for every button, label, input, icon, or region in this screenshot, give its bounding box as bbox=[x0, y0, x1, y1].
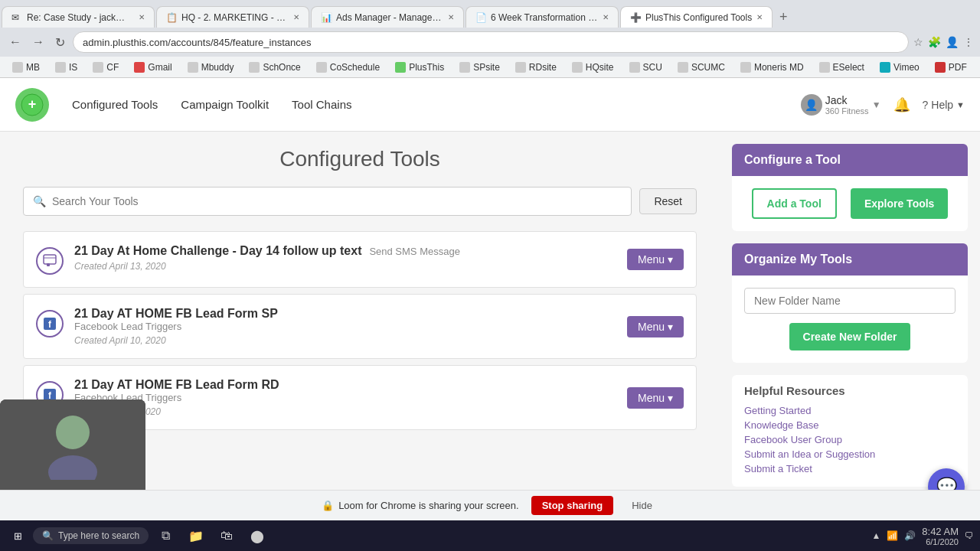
help-label: Help bbox=[931, 99, 953, 111]
taskbar: ⊞ 🔍 Type here to search ⧉ 📁 🛍 ⬤ ▲ 📶 🔊 8:… bbox=[0, 520, 980, 551]
tab-5[interactable]: ➕ PlusThis Configured Tools ✕ bbox=[620, 6, 773, 28]
logo[interactable]: + bbox=[15, 88, 49, 122]
taskbar-time-display: 8:42 AM bbox=[922, 526, 959, 537]
tab-close-5[interactable]: ✕ bbox=[756, 13, 763, 21]
help-button[interactable]: ? Help ▼ bbox=[923, 99, 965, 111]
taskbar-search[interactable]: 🔍 Type here to search bbox=[33, 527, 149, 544]
search-row: 🔍 Reset bbox=[23, 187, 697, 216]
taskbar-task-view[interactable]: ⧉ bbox=[152, 523, 179, 548]
tab-close-1[interactable]: ✕ bbox=[139, 13, 145, 21]
tab-close-4[interactable]: ✕ bbox=[603, 13, 609, 21]
taskbar-network-icon[interactable]: 📶 bbox=[887, 530, 898, 541]
bookmark-moneris[interactable]: Moneris MD bbox=[734, 60, 810, 74]
taskbar-date-display: 6/1/2020 bbox=[922, 537, 959, 546]
bookmark-plusthis[interactable]: PlusThis bbox=[389, 60, 450, 74]
profile-icon[interactable]: 👤 bbox=[946, 36, 959, 48]
tool-menu-button-2[interactable]: Menu ▾ bbox=[627, 387, 684, 409]
resource-knowledge-base[interactable]: Knowledge Base bbox=[744, 419, 956, 431]
add-tool-button[interactable]: Add a Tool bbox=[752, 188, 837, 219]
bookmark-is[interactable]: IS bbox=[49, 60, 83, 74]
tool-info-0: 21 Day At Home Challenge - Day 14 follow… bbox=[74, 244, 616, 272]
resource-getting-started[interactable]: Getting Started bbox=[744, 405, 956, 416]
bookmark-spsite[interactable]: SPsite bbox=[453, 60, 506, 74]
tab-3[interactable]: 📊 Ads Manager - Manage Ads - ✕ bbox=[311, 6, 464, 28]
nav-tool-chains[interactable]: Tool Chains bbox=[292, 95, 351, 114]
tab-label-4: 6 Week Transformation Challe... bbox=[491, 12, 598, 23]
tab-label-1: Re: Case Study - jack@360fit... bbox=[27, 12, 134, 23]
back-button[interactable]: ← bbox=[6, 32, 24, 52]
notification-button[interactable]: 🔔 bbox=[893, 96, 910, 113]
help-icon: ? bbox=[923, 99, 929, 111]
bookmark-rdsite[interactable]: RDsite bbox=[509, 60, 563, 74]
bookmarks-bar: MB IS CF Gmail Mbuddy SchOnce CoSchedule… bbox=[0, 57, 980, 78]
extensions-icon[interactable]: 🧩 bbox=[928, 36, 941, 48]
address-url: admin.plusthis.com/accounts/845/feature_… bbox=[83, 37, 311, 48]
resources-section: Helpful Resources Getting Started Knowle… bbox=[732, 375, 968, 487]
bookmark-coschedule[interactable]: CoSchedule bbox=[310, 60, 386, 74]
reset-button[interactable]: Reset bbox=[639, 188, 697, 214]
resource-submit-ticket[interactable]: Submit a Ticket bbox=[744, 463, 956, 474]
resource-submit-idea[interactable]: Submit an Idea or Suggestion bbox=[744, 448, 956, 460]
svg-rect-2 bbox=[44, 255, 56, 264]
tool-card-1: f 21 Day AT HOME FB Lead Form SP Faceboo… bbox=[23, 294, 697, 359]
create-folder-button[interactable]: Create New Folder bbox=[789, 323, 911, 350]
explore-tools-button[interactable]: Explore Tools bbox=[851, 188, 949, 219]
taskbar-notification-icon[interactable]: 🗨 bbox=[965, 530, 974, 541]
tab-bar: ✉ Re: Case Study - jack@360fit... ✕ 📋 HQ… bbox=[0, 0, 980, 28]
address-bar[interactable]: admin.plusthis.com/accounts/845/feature_… bbox=[73, 31, 909, 53]
tab-favicon-1: ✉ bbox=[11, 12, 22, 23]
tab-close-2[interactable]: ✕ bbox=[293, 13, 299, 21]
tool-name-2: 21 Day AT HOME FB Lead Form RD bbox=[74, 378, 616, 392]
bookmark-gmail[interactable]: Gmail bbox=[128, 60, 178, 74]
forward-button[interactable]: → bbox=[29, 32, 47, 52]
bookmark-pdf[interactable]: PDF bbox=[929, 60, 973, 74]
taskbar-store[interactable]: 🛍 bbox=[213, 523, 240, 548]
bookmark-scumc[interactable]: SCUMC bbox=[671, 60, 731, 74]
bookmark-mbuddy[interactable]: Mbuddy bbox=[181, 60, 240, 74]
nav-campaign-toolkit[interactable]: Campaign Toolkit bbox=[181, 95, 269, 114]
tab-2[interactable]: 📋 HQ - 2. MARKETING - 6 Week ... ✕ bbox=[156, 6, 309, 28]
tab-favicon-3: 📊 bbox=[321, 12, 332, 23]
bookmark-icon[interactable]: ☆ bbox=[913, 36, 923, 48]
nav-configured-tools[interactable]: Configured Tools bbox=[72, 95, 158, 114]
taskbar-search-label: Type here to search bbox=[58, 530, 139, 541]
taskbar-sound-icon[interactable]: 🔊 bbox=[904, 530, 916, 541]
hide-button[interactable]: Hide bbox=[626, 496, 658, 515]
reload-button[interactable]: ↻ bbox=[52, 32, 68, 53]
taskbar-clock[interactable]: 8:42 AM 6/1/2020 bbox=[922, 526, 959, 546]
tab-1[interactable]: ✉ Re: Case Study - jack@360fit... ✕ bbox=[2, 6, 155, 28]
bookmark-mb[interactable]: MB bbox=[6, 60, 46, 74]
tab-close-3[interactable]: ✕ bbox=[448, 13, 454, 21]
tool-name-0: 21 Day At Home Challenge - Day 14 follow… bbox=[74, 244, 616, 258]
bookmark-hqsite[interactable]: HQsite bbox=[566, 60, 620, 74]
logo-icon: + bbox=[15, 88, 49, 122]
task-view-icon: ⧉ bbox=[162, 529, 170, 543]
user-area[interactable]: 👤 Jack 360 Fitness ▼ bbox=[801, 94, 881, 116]
taskbar-explorer[interactable]: 📁 bbox=[182, 523, 210, 548]
nav-links: Configured Tools Campaign Toolkit Tool C… bbox=[72, 95, 801, 114]
taskbar-up-arrow[interactable]: ▲ bbox=[871, 530, 880, 541]
bookmark-schonce[interactable]: SchOnce bbox=[243, 60, 306, 74]
tool-menu-button-1[interactable]: Menu ▾ bbox=[627, 316, 684, 337]
tool-info-2: 21 Day AT HOME FB Lead Form RD Facebook … bbox=[74, 378, 616, 417]
tab-4[interactable]: 📄 6 Week Transformation Challe... ✕ bbox=[466, 6, 619, 28]
explorer-icon: 📁 bbox=[188, 529, 204, 543]
stop-sharing-button[interactable]: Stop sharing bbox=[531, 496, 613, 515]
tool-date-1: Created April 10, 2020 bbox=[74, 335, 616, 346]
bookmark-scu[interactable]: SCU bbox=[623, 60, 668, 74]
new-tab-button[interactable]: + bbox=[773, 6, 794, 28]
folder-name-input[interactable] bbox=[744, 288, 956, 314]
page-title: Configured Tools bbox=[23, 147, 697, 171]
taskbar-right: ▲ 📶 🔊 8:42 AM 6/1/2020 🗨 bbox=[871, 526, 974, 546]
resource-facebook-group[interactable]: Facebook User Group bbox=[744, 434, 956, 445]
bookmark-vimeo[interactable]: Vimeo bbox=[874, 60, 926, 74]
tab-label-5: PlusThis Configured Tools bbox=[645, 12, 752, 23]
search-input[interactable] bbox=[52, 195, 622, 207]
taskbar-start-button[interactable]: ⊞ bbox=[6, 527, 30, 545]
tool-menu-button-0[interactable]: Menu ▾ bbox=[627, 249, 684, 270]
bookmark-cf[interactable]: CF bbox=[87, 60, 125, 74]
tab-label-3: Ads Manager - Manage Ads - bbox=[336, 12, 443, 23]
taskbar-chrome[interactable]: ⬤ bbox=[243, 523, 271, 548]
bookmark-eselect[interactable]: ESelect bbox=[813, 60, 871, 74]
more-icon[interactable]: ⋮ bbox=[963, 36, 974, 48]
